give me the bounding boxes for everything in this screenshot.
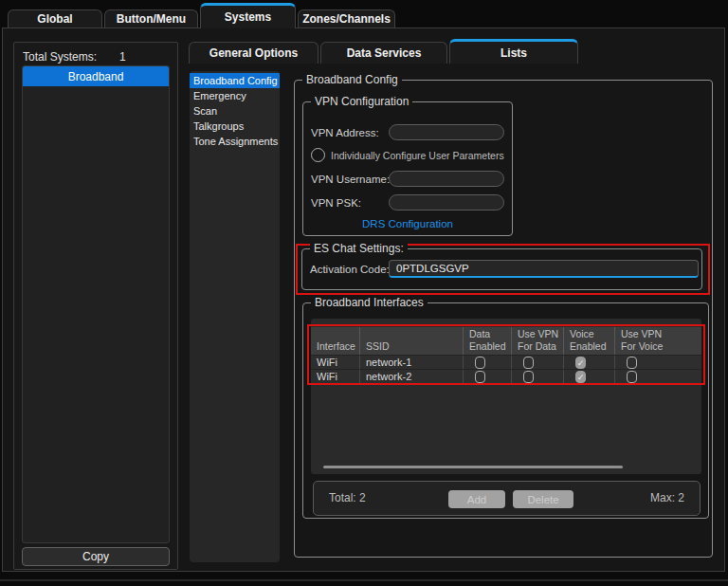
- cell-use-vpn-for-voice: [615, 370, 701, 383]
- vpn-configuration-group: VPN Configuration VPN Address: Individua…: [302, 101, 513, 236]
- cell-ssid: network-2: [360, 370, 464, 383]
- es-chat-settings-title: ES Chat Settings:: [310, 242, 408, 255]
- table-row[interactable]: WiFi network-1: [311, 355, 701, 369]
- cell-data-enabled: [464, 370, 512, 383]
- cell-use-vpn-for-data: [512, 356, 564, 369]
- broadband-interfaces-group: Broadband Interfaces Interface SSID Data…: [302, 302, 709, 519]
- lists-nav: Broadband Config Emergency Scan Talkgrou…: [190, 71, 280, 562]
- broadband-config-group: Broadband Config VPN Configuration VPN A…: [294, 80, 713, 558]
- data-enabled-checkbox[interactable]: [475, 371, 485, 383]
- vpn-username-label: VPN Username:: [311, 174, 390, 185]
- broadband-config-title: Broadband Config: [302, 73, 402, 86]
- nav-item-emergency[interactable]: Emergency: [190, 88, 280, 103]
- col-use-vpn-for-data: Use VPN For Data: [512, 327, 564, 355]
- nav-item-scan[interactable]: Scan: [190, 103, 280, 119]
- total-count-label: Total: 2: [329, 491, 366, 504]
- vpn-address-input[interactable]: [389, 124, 504, 140]
- use-vpn-for-voice-checkbox[interactable]: [627, 357, 637, 369]
- window-bottom-edge: [0, 579, 728, 581]
- interfaces-table-header: Interface SSID Data Enabled Use VPN For …: [311, 327, 701, 355]
- use-vpn-for-data-checkbox[interactable]: [523, 371, 534, 383]
- tab-systems[interactable]: Systems: [200, 3, 296, 28]
- use-vpn-for-voice-checkbox[interactable]: [627, 371, 637, 383]
- col-data-enabled: Data Enabled: [464, 327, 512, 355]
- vpn-psk-input[interactable]: [389, 194, 504, 211]
- tab-lists[interactable]: Lists: [449, 39, 578, 64]
- cell-voice-enabled: [564, 370, 615, 383]
- horizontal-scrollbar[interactable]: [323, 466, 623, 468]
- cell-use-vpn-for-voice: [615, 356, 701, 369]
- total-systems-label: Total Systems:: [23, 50, 97, 64]
- tab-zones-channels[interactable]: Zones/Channels: [298, 9, 395, 27]
- broadband-interfaces-title: Broadband Interfaces: [311, 296, 428, 309]
- table-row[interactable]: WiFi network-2: [311, 369, 701, 383]
- interfaces-table-area: Interface SSID Data Enabled Use VPN For …: [311, 319, 701, 474]
- interfaces-footer: Total: 2 Add Delete Max: 2: [313, 481, 701, 516]
- system-list[interactable]: Broadband: [22, 65, 170, 543]
- tab-data-services[interactable]: Data Services: [320, 42, 447, 64]
- total-systems-value: 1: [119, 50, 126, 64]
- cell-use-vpn-for-data: [512, 370, 564, 383]
- vpn-psk-label: VPN PSK:: [311, 197, 361, 209]
- col-interface: Interface: [311, 327, 360, 355]
- individually-configure-checkbox[interactable]: [311, 148, 325, 162]
- voice-enabled-checkbox[interactable]: [575, 371, 586, 383]
- col-ssid: SSID: [360, 327, 464, 355]
- nav-item-tone-assignments[interactable]: Tone Assignments: [190, 134, 280, 149]
- add-button[interactable]: Add: [448, 490, 505, 508]
- vpn-configuration-title: VPN Configuration: [311, 95, 412, 108]
- total-systems-row: Total Systems: 1: [23, 50, 126, 64]
- systems-panel: Total Systems: 1 Broadband Copy: [13, 42, 178, 570]
- col-use-vpn-for-voice: Use VPN For Voice: [615, 327, 701, 355]
- nav-item-broadband-config[interactable]: Broadband Config: [190, 73, 280, 88]
- cell-voice-enabled: [564, 356, 615, 369]
- vpn-address-label: VPN Address:: [311, 127, 379, 138]
- cell-data-enabled: [464, 356, 512, 369]
- vpn-username-input[interactable]: [389, 171, 504, 187]
- use-vpn-for-data-checkbox[interactable]: [523, 357, 534, 369]
- cell-ssid: network-1: [360, 356, 464, 369]
- cell-interface: WiFi: [311, 356, 360, 369]
- copy-button[interactable]: Copy: [22, 547, 170, 566]
- tab-global[interactable]: Global: [8, 9, 102, 27]
- individually-configure-label: Individually Configure User Parameters: [331, 150, 504, 161]
- col-voice-enabled: Voice Enabled: [564, 327, 615, 355]
- system-list-item-broadband[interactable]: Broadband: [23, 66, 169, 86]
- voice-enabled-checkbox[interactable]: [575, 357, 586, 369]
- drs-configuration-link[interactable]: DRS Configuration: [303, 218, 512, 229]
- cell-interface: WiFi: [311, 370, 360, 383]
- es-chat-settings-group: ES Chat Settings: Activation Code:: [301, 248, 702, 290]
- activation-code-input[interactable]: [389, 260, 699, 278]
- nav-item-talkgroups[interactable]: Talkgroups: [190, 119, 280, 134]
- tab-button-menu[interactable]: Button/Menu: [104, 9, 198, 27]
- max-count-label: Max: 2: [650, 491, 684, 504]
- tab-general-options[interactable]: General Options: [189, 42, 318, 64]
- delete-button[interactable]: Delete: [513, 490, 573, 508]
- interfaces-table: Interface SSID Data Enabled Use VPN For …: [311, 327, 701, 383]
- activation-code-label: Activation Code:: [310, 264, 390, 275]
- data-enabled-checkbox[interactable]: [475, 357, 485, 369]
- es-chat-highlight: ES Chat Settings: Activation Code:: [296, 244, 710, 295]
